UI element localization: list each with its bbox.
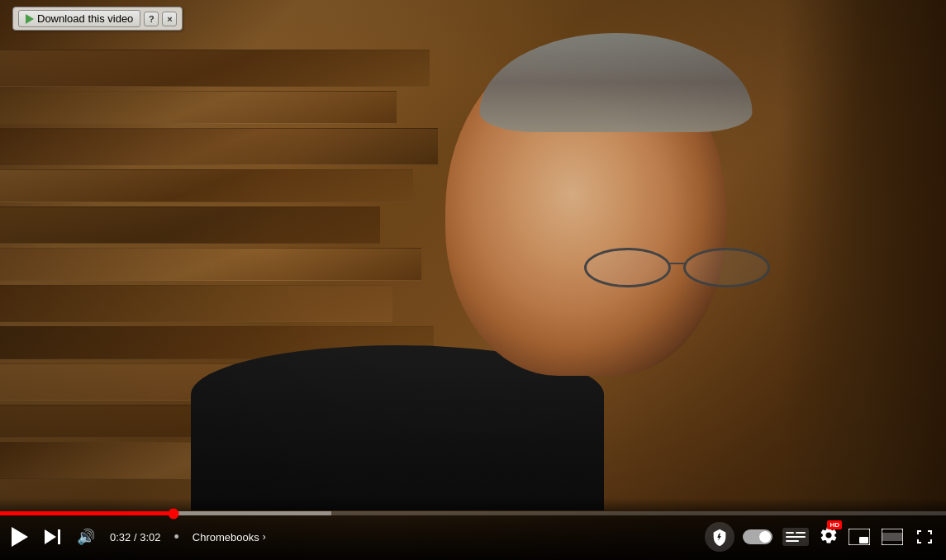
svg-rect-4 <box>786 536 806 538</box>
shield-icon <box>711 528 729 546</box>
miniplayer-button[interactable] <box>847 527 872 547</box>
toggle-thumb <box>759 531 771 543</box>
chapter-name: Chromebooks <box>193 531 259 543</box>
svg-rect-9 <box>882 533 903 541</box>
controls-right: HD <box>705 522 936 552</box>
premium-shield-button[interactable] <box>705 522 734 552</box>
download-video-button[interactable]: Download this video <box>18 10 140 27</box>
time-display: 0:32 / 3:02 <box>110 531 160 543</box>
chapter-label[interactable]: Chromebooks › <box>193 531 266 543</box>
chapter-chevron-icon: › <box>263 531 266 543</box>
time-total: 3:02 <box>140 531 160 543</box>
volume-icon: 🔊 <box>77 528 95 546</box>
svg-rect-2 <box>786 532 794 534</box>
settings-button[interactable]: HD <box>819 525 839 548</box>
subtitles-button[interactable] <box>781 526 811 548</box>
download-help-button[interactable]: ? <box>144 12 159 26</box>
fullscreen-button[interactable] <box>913 526 936 548</box>
next-button[interactable] <box>43 528 62 546</box>
controls-row: 🔊 0:32 / 3:02 • Chromebooks › <box>0 522 946 560</box>
separator: • <box>174 529 178 544</box>
download-close-button[interactable]: × <box>162 12 177 26</box>
download-label: Download this video <box>37 12 133 25</box>
volume-button[interactable]: 🔊 <box>75 526 97 548</box>
play-button[interactable] <box>10 525 30 548</box>
progress-dot <box>168 508 178 519</box>
miniplayer-icon <box>849 529 870 545</box>
download-toolbar: Download this video ? × <box>12 7 183 31</box>
progress-played <box>0 511 174 515</box>
svg-rect-5 <box>786 540 799 542</box>
close-icon: × <box>167 14 172 24</box>
video-player: 🔊 0:32 / 3:02 • Chromebooks › <box>0 0 946 560</box>
download-play-icon <box>26 14 34 24</box>
controls-left: 🔊 0:32 / 3:02 • Chromebooks › <box>10 525 266 548</box>
time-current: 0:32 <box>110 531 131 543</box>
progress-bar[interactable] <box>0 511 946 515</box>
hd-badge: HD <box>827 520 842 529</box>
video-controls: 🔊 0:32 / 3:02 • Chromebooks › <box>0 498 946 560</box>
play-icon <box>12 527 28 547</box>
theater-button[interactable] <box>880 527 905 547</box>
glasses <box>584 248 791 289</box>
fullscreen-icon <box>915 528 934 546</box>
theater-icon <box>882 529 903 545</box>
toggle-track <box>743 529 772 544</box>
autoplay-toggle[interactable] <box>743 529 772 544</box>
subtitles-icon <box>782 528 809 546</box>
help-icon: ? <box>149 14 154 24</box>
next-icon <box>45 529 60 544</box>
svg-rect-7 <box>859 537 868 543</box>
svg-rect-3 <box>796 532 806 534</box>
